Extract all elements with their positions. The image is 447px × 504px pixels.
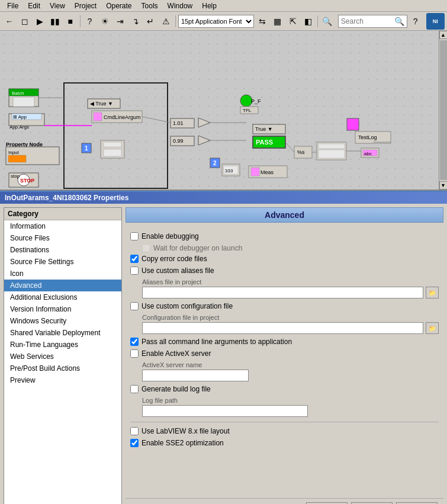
category-item-version-information[interactable]: Version Information xyxy=(4,303,121,315)
svg-text:TFL: TFL xyxy=(243,108,252,113)
font-selector[interactable]: 15pt Application Font xyxy=(178,15,254,28)
enable-debugging-row: Enable debugging xyxy=(130,232,439,240)
enable-debugging-checkbox[interactable] xyxy=(130,232,139,240)
svg-text:Input: Input xyxy=(8,150,20,155)
scroll-thumb[interactable] xyxy=(440,40,447,180)
category-item-runtime-languages[interactable]: Run-Time Languages xyxy=(4,339,121,351)
svg-text:333: 333 xyxy=(225,168,233,174)
category-item-icon[interactable]: Icon xyxy=(4,268,121,280)
pass-cmdline-checkbox[interactable] xyxy=(130,338,139,346)
zoom-in-button[interactable]: 🔍 xyxy=(320,14,335,28)
search-submit-button[interactable]: 🔍 xyxy=(394,17,404,26)
svg-marker-29 xyxy=(198,118,210,127)
scroll-up-arrow[interactable]: ▲ xyxy=(439,31,448,39)
svg-text:TestLog: TestLog xyxy=(358,134,377,140)
category-item-pre-post-build[interactable]: Pre/Post Build Actions xyxy=(4,362,121,374)
copy-error-code-label[interactable]: Copy error code files xyxy=(130,255,207,263)
menu-operate[interactable]: Operate xyxy=(101,1,136,11)
build-button[interactable]: Build xyxy=(306,502,348,505)
enable-sse2-checkbox[interactable] xyxy=(130,439,139,447)
run-button[interactable]: ▶ xyxy=(33,14,47,28)
highlight-button[interactable]: ☀ xyxy=(98,14,112,28)
enable-sse2-label[interactable]: Enable SSE2 optimization xyxy=(130,439,224,447)
generate-build-log-label[interactable]: Generate build log file xyxy=(130,385,211,393)
svg-text:1: 1 xyxy=(85,145,88,152)
svg-text:2: 2 xyxy=(213,160,217,166)
svg-rect-52 xyxy=(319,144,345,149)
context-help-button[interactable]: ? xyxy=(83,14,97,28)
pause-button[interactable]: ■ xyxy=(63,14,78,28)
menu-tools[interactable]: Tools xyxy=(137,1,163,11)
back-button[interactable]: ← xyxy=(2,14,17,28)
svg-rect-11 xyxy=(8,155,26,162)
svg-marker-32 xyxy=(198,136,210,145)
enable-debugging-label[interactable]: Enable debugging xyxy=(130,232,199,240)
wait-debugger-label[interactable]: Wait for debugger on launch xyxy=(142,244,242,252)
properties-body: Category Information Source Files Destin… xyxy=(0,204,447,504)
category-item-shared-variable[interactable]: Shared Variable Deployment xyxy=(4,327,121,339)
cancel-button[interactable]: Cancel xyxy=(396,502,438,505)
pass-cmdline-label[interactable]: Pass all command line arguments to appli… xyxy=(130,338,292,346)
menu-window[interactable]: Window xyxy=(163,1,198,11)
config-file-browse-button[interactable]: 📁 xyxy=(426,322,439,334)
aliases-file-input[interactable] xyxy=(142,287,423,298)
ok-button[interactable]: OK xyxy=(351,502,393,505)
menu-help[interactable]: Help xyxy=(197,1,221,11)
category-item-destinations[interactable]: Destinations xyxy=(4,244,121,256)
warn-button[interactable]: ⚠ xyxy=(159,14,173,28)
svg-rect-25 xyxy=(104,142,121,147)
section-divider xyxy=(130,422,439,422)
category-item-source-files[interactable]: Source Files xyxy=(4,232,121,244)
svg-line-66 xyxy=(285,142,294,152)
use-custom-config-checkbox[interactable] xyxy=(130,302,139,310)
category-item-preview[interactable]: Preview xyxy=(4,374,121,386)
menu-project[interactable]: Project xyxy=(70,1,101,11)
use-custom-aliases-checkbox[interactable] xyxy=(130,267,139,275)
use-lv8x-label[interactable]: Use LabVIEW 8.x file layout xyxy=(130,427,230,435)
pass-cmdline-row: Pass all command line arguments to appli… xyxy=(130,338,439,346)
enable-sse2-text: Enable SSE2 optimization xyxy=(142,439,224,447)
align-button[interactable]: ⇆ xyxy=(255,14,269,28)
snap-button[interactable]: ◻ xyxy=(18,14,32,28)
step-over-button[interactable]: ⇥ xyxy=(113,14,127,28)
use-custom-aliases-label[interactable]: Use custom aliases file xyxy=(130,267,214,275)
use-custom-config-label[interactable]: Use custom configuration file xyxy=(130,302,233,310)
distribute-button[interactable]: ▦ xyxy=(271,14,285,28)
scroll-down-arrow[interactable]: ▼ xyxy=(439,181,448,190)
category-item-advanced[interactable]: Advanced xyxy=(4,280,121,291)
generate-build-log-text: Generate build log file xyxy=(142,385,211,393)
menu-edit[interactable]: Edit xyxy=(23,1,45,11)
vertical-scrollbar[interactable]: ▲ ▼ xyxy=(439,31,447,190)
aliases-file-browse-button[interactable]: 📁 xyxy=(426,287,439,298)
step-out-button[interactable]: ↵ xyxy=(143,14,157,28)
config-file-input[interactable] xyxy=(142,322,423,334)
activex-server-input[interactable] xyxy=(142,370,249,381)
use-custom-config-row: Use custom configuration file xyxy=(130,302,439,310)
config-file-label: Configuration file in project xyxy=(142,314,439,321)
reorder-button[interactable]: ◧ xyxy=(301,14,315,28)
category-item-web-services[interactable]: Web Services xyxy=(4,351,121,362)
help-button[interactable]: ? xyxy=(409,14,423,28)
category-item-additional-exclusions[interactable]: Additional Exclusions xyxy=(4,291,121,303)
menu-file[interactable]: File xyxy=(2,1,23,11)
ni-logo: NI xyxy=(426,13,445,30)
menu-view[interactable]: View xyxy=(45,1,70,11)
category-item-information[interactable]: Information xyxy=(4,220,121,232)
category-item-windows-security[interactable]: Windows Security xyxy=(4,315,121,327)
copy-error-code-checkbox[interactable] xyxy=(130,255,139,263)
step-into-button[interactable]: ↴ xyxy=(128,14,143,28)
svg-text:◀ True ▼: ◀ True ▼ xyxy=(90,101,113,107)
search-input[interactable] xyxy=(341,17,394,25)
svg-line-63 xyxy=(142,117,171,123)
category-item-source-file-settings[interactable]: Source File Settings xyxy=(4,256,121,268)
enable-activex-label[interactable]: Enable ActiveX server xyxy=(130,349,211,358)
log-file-input[interactable] xyxy=(142,405,308,417)
toolbar-sep-1 xyxy=(80,15,81,27)
use-lv8x-checkbox[interactable] xyxy=(130,427,139,435)
wait-debugger-checkbox[interactable] xyxy=(142,244,150,252)
enable-activex-checkbox[interactable] xyxy=(130,349,139,358)
resize-button[interactable]: ⇱ xyxy=(286,14,300,28)
abort-button[interactable]: ▮▮ xyxy=(48,14,62,28)
generate-build-log-checkbox[interactable] xyxy=(130,385,139,393)
wait-debugger-row: Wait for debugger on launch xyxy=(142,244,439,252)
